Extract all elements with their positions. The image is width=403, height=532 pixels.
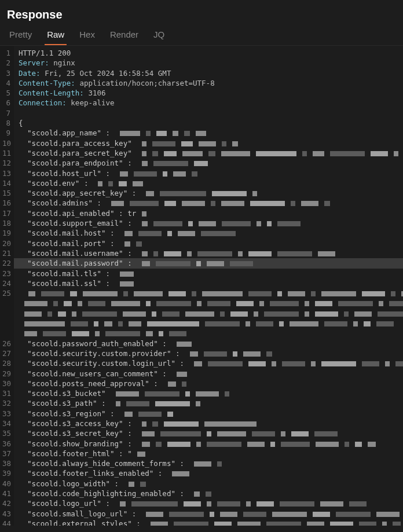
code-line: "scoold.api_enabled" : tr (19, 208, 398, 218)
code-line (19, 328, 398, 338)
code-line: "scoold.app_name" : (19, 128, 398, 138)
code-line: "scoold.logo_url" : (19, 498, 398, 508)
code-line: { (19, 118, 398, 128)
code-line: "scoold.s3_access_key" : (19, 419, 398, 428)
code-line: "scoold.para_secret_key" (19, 148, 398, 158)
code-line: "scoold.app_secret_key" : (19, 188, 398, 198)
code-line: "scoold.mail.tls" : (19, 269, 398, 278)
code-line: "scoold.s3_secret_key" : (19, 428, 398, 438)
code-line (19, 318, 398, 328)
code-line: "scoold.new_users_can_comment" : (19, 369, 398, 379)
code-line: "scoold.mail.username" : (19, 248, 398, 258)
code-line (19, 298, 398, 308)
panel-title: Response (7, 8, 396, 21)
code-line: "scoold.external_styles" : (19, 519, 398, 526)
tab-hex[interactable]: Hex (77, 26, 97, 45)
code-line: "scoold.always_hide_comment_forms" : (19, 458, 398, 468)
code-line: "scoold.host_url" : (19, 168, 398, 178)
code-line: "scoold.s3_region" : (19, 409, 398, 419)
code-line: "scoold.password_auth_enabled" : (19, 339, 398, 348)
code-content: HTTP/1.1 200Server: nginxDate: Fri, 25 O… (14, 46, 403, 526)
tab-render[interactable]: Render (108, 26, 141, 45)
tab-raw[interactable]: Raw (45, 26, 67, 45)
code-line: "scoold.security.custom.provider" : (19, 348, 398, 358)
code-line: Content-Type: application/hocon;charset=… (19, 78, 398, 88)
code-line: "scoold.code_highlighting_enabled" : (19, 489, 398, 498)
code-line: "scoold.admins" : (19, 198, 398, 208)
code-line (19, 108, 398, 118)
code-line: "scoold.mail.host" : (19, 228, 398, 238)
code-line: "scoold.para_access_key" (19, 138, 398, 148)
code-line: "scoold.mail.ssl" : (19, 278, 398, 288)
code-line: "scoold.security.custom.login_url" : (19, 358, 398, 368)
code-viewer[interactable]: 1234567891011121314151617181920212223242… (0, 46, 403, 526)
tab-jq[interactable]: JQ (151, 26, 167, 45)
code-line: Date: Fri, 25 Oct 2024 16:58:54 GMT (19, 68, 398, 78)
response-tabs: PrettyRawHexRenderJQ (0, 26, 403, 46)
code-line: "scoold.footer_html" : " (19, 449, 398, 458)
code-line: "scoold.mail.port" : (19, 239, 398, 248)
code-line: "scoold.para_endpoint" : (19, 158, 398, 168)
tab-pretty[interactable]: Pretty (7, 26, 34, 45)
line-gutter: 1234567891011121314151617181920212223242… (0, 46, 14, 526)
code-line (19, 288, 398, 298)
code-line: Connection: keep-alive (19, 98, 398, 108)
code-line: "scoold.show_branding" : (19, 439, 398, 449)
code-line: Server: nginx (19, 58, 398, 68)
code-line: "scoold.mail.password" : (14, 258, 403, 268)
code-line: "scoold.env" : (19, 178, 398, 188)
code-line (19, 309, 398, 318)
code-line: "scoold.support_email" : (19, 218, 398, 228)
code-line: "scoold.s3_bucket" (19, 388, 398, 398)
code-line: HTTP/1.1 200 (19, 48, 398, 58)
code-line: Content-Length: 3106 (19, 88, 398, 98)
code-line: "scoold.footer_links_enabled" : (19, 468, 398, 478)
code-line: "scoold.small_logo_url" : (19, 509, 398, 519)
code-line: "scoold.s3_path" : (19, 398, 398, 408)
code-line: "scoold.posts_need_approval" : (19, 379, 398, 388)
code-line: "scoold.logo_width" : (19, 479, 398, 489)
